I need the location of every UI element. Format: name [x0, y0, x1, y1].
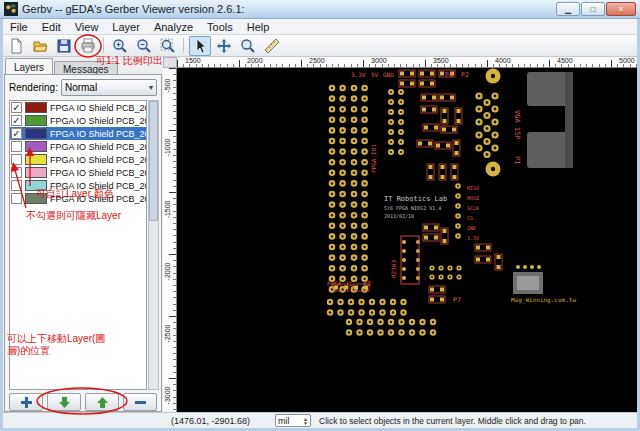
layer-visibility-checkbox[interactable]	[11, 154, 22, 165]
pcb-label: P2	[461, 71, 469, 79]
ruler-tick-label: 5000	[619, 57, 635, 64]
layer-visibility-checkbox[interactable]: ✓	[11, 102, 22, 113]
layer-row[interactable]: FPGA IO Shield PCB_20160225-...	[10, 179, 146, 192]
window-title: Gerbv -- gEDA's Gerber Viewer version 2.…	[22, 3, 556, 15]
layer-name: FPGA IO Shield PCB_20160225-...	[50, 103, 146, 113]
layer-color-swatch[interactable]	[25, 141, 47, 152]
pcb-label: Mag_Winning.com.tw	[511, 296, 576, 304]
layer-row[interactable]: FPGA IO Shield PCB_20160225-...	[10, 192, 146, 205]
layer-buttons	[9, 393, 157, 411]
zoom-out-button[interactable]	[133, 36, 155, 56]
pcb-label: 5Y6 FPGA NIOS2 V1.4	[384, 205, 441, 211]
layer-color-swatch[interactable]	[25, 128, 47, 139]
layer-color-swatch[interactable]	[25, 115, 47, 126]
layer-name: FPGA IO Shield PCB_20160225-...	[50, 168, 146, 178]
tab-layers[interactable]: Layers	[5, 58, 53, 75]
pcb-label: P7	[453, 296, 461, 304]
pcb-label: MISO	[467, 185, 479, 191]
layer-color-swatch[interactable]	[25, 102, 47, 113]
maximize-button[interactable]: □	[581, 2, 605, 16]
scrollbar-thumb[interactable]	[149, 101, 158, 221]
menu-tools[interactable]: Tools	[200, 20, 240, 34]
layer-row[interactable]: ✓FPGA IO Shield PCB_20160225-...	[10, 101, 146, 114]
pcb-label: FPGA_J1	[327, 280, 353, 288]
pcb-label: P4	[445, 71, 453, 79]
close-button[interactable]: ×	[606, 2, 636, 16]
layer-list-scrollbar[interactable]	[148, 100, 159, 390]
ruler-tick-label: 1500	[185, 57, 201, 64]
layer-color-swatch[interactable]	[25, 167, 47, 178]
minimize-button[interactable]: ▁	[556, 2, 580, 16]
menu-edit[interactable]: Edit	[35, 20, 68, 34]
layer-color-swatch[interactable]	[25, 154, 47, 165]
pan-tool-button[interactable]	[213, 36, 235, 56]
rendering-value: Normal	[65, 82, 97, 93]
layer-name: FPGA IO Shield PCB_20160225-...	[50, 116, 146, 126]
pcb-label: 5V	[371, 71, 379, 78]
pcb-canvas[interactable]: 3.3V5VGNDP4P2FPGA_IO1FPGA_J1P3VGA 15PP1I…	[177, 68, 637, 412]
measure-tool-button[interactable]	[261, 36, 283, 56]
layer-color-swatch[interactable]	[25, 193, 47, 204]
pcb-label: 2013/02/10	[384, 213, 414, 219]
layer-row[interactable]: FPGA IO Shield PCB_20160225-...	[10, 153, 146, 166]
new-document-button[interactable]	[5, 36, 27, 56]
pcb-artwork: 3.3V5VGNDP4P2FPGA_IO1FPGA_J1P3VGA 15PP1I…	[177, 68, 637, 412]
add-layer-button[interactable]	[9, 393, 43, 411]
ruler-tick-label: -3000	[164, 381, 171, 411]
layer-color-swatch[interactable]	[25, 180, 47, 191]
pointer-tool-button[interactable]	[189, 36, 211, 56]
print-button[interactable]	[77, 36, 99, 56]
pcb-label: FPGA_IO1	[370, 144, 378, 173]
layer-row[interactable]: FPGA IO Shield PCB_20160225-...	[10, 140, 146, 153]
zoom-in-button[interactable]	[109, 36, 131, 56]
pcb-label: SCLK	[467, 205, 479, 211]
ruler-tick-label: -2500	[164, 319, 171, 349]
rendering-combo[interactable]: Normal ▾	[61, 79, 157, 96]
unit-selector[interactable]: mil ▲▼	[275, 414, 311, 427]
layer-visibility-checkbox[interactable]	[11, 193, 22, 204]
layer-row[interactable]: ✓FPGA IO Shield PCB_20160225-...	[10, 127, 146, 140]
open-layer-button[interactable]	[29, 36, 51, 56]
layer-name: FPGA IO Shield PCB_20160225-...	[50, 142, 146, 152]
spinner-arrows-icon[interactable]: ▲▼	[303, 417, 308, 425]
layer-visibility-checkbox[interactable]: ✓	[11, 128, 22, 139]
ruler-tick-label: -1000	[164, 133, 171, 163]
status-hint: Click to select objects in the current l…	[319, 416, 586, 426]
pcb-label: IT Robotics Lab	[384, 195, 447, 203]
move-layer-up-button[interactable]	[85, 393, 119, 411]
status-bar: (1476.01, -2901.68) mil ▲▼ Click to sele…	[3, 412, 637, 428]
ruler-tick-label: 2500	[309, 57, 325, 64]
layer-visibility-checkbox[interactable]	[11, 180, 22, 191]
layer-row[interactable]: FPGA IO Shield PCB_20160225-...	[10, 166, 146, 179]
layer-name: FPGA IO Shield PCB_20160225-...	[50, 155, 146, 165]
menu-view[interactable]: View	[68, 20, 106, 34]
layer-visibility-checkbox[interactable]	[11, 167, 22, 178]
layer-row[interactable]: ✓FPGA IO Shield PCB_20160225-...	[10, 114, 146, 127]
app-icon	[4, 2, 18, 16]
layer-visibility-checkbox[interactable]	[11, 141, 22, 152]
zoom-fit-button[interactable]	[157, 36, 179, 56]
ruler-corner	[163, 57, 177, 68]
save-layer-button[interactable]	[53, 36, 75, 56]
toolbar-separator	[183, 38, 184, 53]
ruler-left: -500-1000-1500-2000-2500-3000	[163, 68, 177, 412]
menu-help[interactable]: Help	[240, 20, 277, 34]
menu-analyze[interactable]: Analyze	[147, 20, 200, 34]
move-layer-down-button[interactable]	[47, 393, 81, 411]
zoom-tool-button[interactable]	[237, 36, 259, 56]
layer-name: FPGA IO Shield PCB_20160225-...	[50, 181, 146, 191]
layer-list: ✓FPGA IO Shield PCB_20160225-...✓FPGA IO…	[9, 100, 147, 390]
layers-tab-content: Rendering: Normal ▾ ✓FPGA IO Shield PCB_…	[4, 74, 162, 412]
layer-visibility-checkbox[interactable]: ✓	[11, 115, 22, 126]
ruler-tick-label: -1500	[164, 195, 171, 225]
title-bar: Gerbv -- gEDA's Gerber Viewer version 2.…	[0, 0, 640, 19]
menu-file[interactable]: File	[3, 20, 35, 34]
menu-bar: FileEditViewLayerAnalyzeToolsHelp	[3, 19, 637, 35]
pcb-label: GND	[467, 225, 476, 231]
remove-layer-button[interactable]	[123, 393, 157, 411]
pcb-label: 3.3V	[467, 235, 479, 241]
ruler-tick-label: 3000	[371, 57, 387, 64]
pcb-label: P1	[513, 156, 521, 164]
rendering-label: Rendering:	[9, 82, 58, 93]
menu-layer[interactable]: Layer	[105, 20, 147, 34]
